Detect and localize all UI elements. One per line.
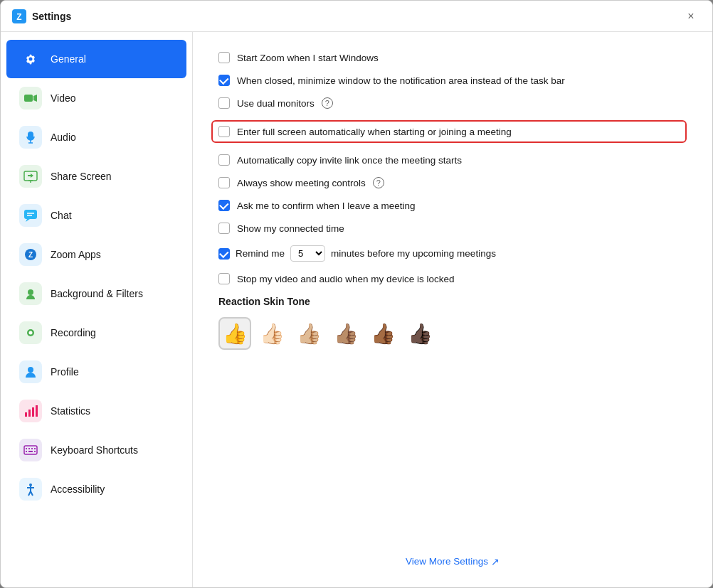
video-icon: [23, 91, 38, 105]
minimize-notification-checkbox[interactable]: [218, 75, 230, 86]
share-screen-icon-wrap: [19, 165, 42, 188]
setting-row-dual-monitors: Use dual monitors ?: [218, 97, 687, 109]
confirm-leave-checkbox[interactable]: [218, 200, 230, 211]
stop-video-audio-label: Stop my video and audio when my device i…: [237, 274, 454, 284]
zoom-logo-icon: Z: [12, 9, 26, 23]
recording-icon-wrap: [19, 321, 42, 344]
sidebar-label-audio: Audio: [51, 132, 76, 143]
skin-tone-btn-4[interactable]: 👍🏾: [366, 317, 399, 350]
start-zoom-checkbox[interactable]: [218, 52, 230, 63]
svg-point-21: [28, 367, 33, 373]
share-screen-icon: [23, 169, 38, 183]
gear-icon: [23, 51, 38, 67]
copy-invite-label: Automatically copy invite link once the …: [237, 155, 462, 166]
svg-marker-11: [28, 173, 33, 178]
skin-tone-btn-1[interactable]: 👍🏻: [255, 317, 288, 350]
svg-rect-12: [24, 210, 37, 219]
title-bar: Z Settings ×: [1, 1, 712, 32]
fullscreen-label: Enter full screen automatically when sta…: [237, 127, 512, 137]
skin-tone-selector: 👍 👍🏻 👍🏼 👍🏽 👍🏾 👍🏿: [218, 317, 687, 350]
remind-me-after-label: minutes before my upcoming meetings: [331, 248, 496, 259]
sidebar-item-recording[interactable]: Recording: [6, 314, 186, 352]
statistics-icon-wrap: [19, 400, 42, 422]
sidebar-label-keyboard-shortcuts: Keyboard Shortcuts: [51, 444, 138, 456]
setting-row-copy-invite: Automatically copy invite link once the …: [218, 154, 687, 166]
connected-time-checkbox[interactable]: [218, 223, 230, 234]
sidebar-item-keyboard-shortcuts[interactable]: Keyboard Shortcuts: [6, 431, 186, 469]
dual-monitors-help-icon[interactable]: ?: [322, 97, 333, 109]
copy-invite-checkbox[interactable]: [218, 154, 230, 166]
sidebar-item-video[interactable]: Video: [6, 79, 186, 117]
show-controls-checkbox[interactable]: [218, 177, 230, 188]
sidebar-item-share-screen[interactable]: Share Screen: [6, 157, 186, 196]
zoom-apps-icon-wrap: Z: [19, 243, 42, 266]
skin-tone-btn-3[interactable]: 👍🏽: [329, 317, 362, 350]
external-link-icon: ↗: [491, 556, 500, 567]
background-filters-icon: [23, 287, 38, 301]
svg-rect-31: [26, 451, 27, 452]
footer-link-area: View More Settings ↗: [218, 540, 687, 567]
svg-rect-22: [25, 412, 27, 417]
setting-row-confirm-leave: Ask me to confirm when I leave a meeting: [218, 200, 687, 211]
view-more-settings-link[interactable]: View More Settings ↗: [406, 556, 500, 567]
skin-tone-btn-0[interactable]: 👍: [218, 317, 251, 350]
show-controls-help-icon[interactable]: ?: [373, 177, 384, 188]
zoom-apps-icon: Z: [23, 247, 38, 262]
remind-me-select[interactable]: 5 10 15 30: [290, 245, 325, 262]
svg-rect-32: [28, 451, 33, 452]
dual-monitors-checkbox[interactable]: [218, 97, 230, 109]
sidebar-item-accessibility[interactable]: Accessibility: [6, 470, 186, 508]
sidebar-item-statistics[interactable]: Statistics: [6, 392, 186, 430]
svg-rect-28: [28, 448, 30, 449]
sidebar-label-statistics: Statistics: [51, 405, 90, 417]
svg-rect-23: [28, 410, 31, 417]
sidebar-label-bg-filters: Background & Filters: [51, 288, 143, 299]
settings-window: Z Settings × General: [0, 0, 713, 588]
chat-icon-wrap: [19, 204, 42, 227]
window-content: General Video: [1, 32, 712, 587]
svg-rect-33: [34, 451, 36, 452]
sidebar-label-video: Video: [51, 92, 76, 104]
statistics-icon: [23, 404, 38, 418]
chat-icon: [23, 208, 38, 223]
svg-rect-4: [24, 95, 33, 102]
keyboard-shortcuts-icon-wrap: [19, 439, 42, 461]
svg-rect-29: [31, 448, 33, 449]
setting-row-connected-time: Show my connected time: [218, 223, 687, 234]
close-button[interactable]: ×: [681, 6, 701, 26]
fullscreen-checkbox[interactable]: [218, 126, 230, 137]
confirm-leave-label: Ask me to confirm when I leave a meeting: [237, 201, 416, 211]
svg-point-3: [29, 58, 33, 61]
skin-tone-btn-5[interactable]: 👍🏿: [403, 317, 436, 350]
keyboard-icon: [23, 443, 38, 457]
svg-marker-13: [26, 219, 30, 222]
sidebar-item-chat[interactable]: Chat: [6, 196, 186, 235]
general-icon-wrap: [19, 48, 42, 70]
sidebar-item-zoom-apps[interactable]: Z Zoom Apps: [6, 235, 186, 274]
sidebar: General Video: [1, 32, 193, 587]
svg-line-38: [31, 491, 33, 496]
sidebar-label-zoom-apps: Zoom Apps: [51, 249, 101, 260]
remind-me-checkbox[interactable]: [218, 248, 230, 260]
skin-tone-btn-2[interactable]: 👍🏼: [292, 317, 325, 350]
settings-list: Start Zoom when I start Windows When clo…: [218, 52, 687, 540]
sidebar-item-general[interactable]: General: [6, 40, 186, 78]
stop-video-audio-checkbox[interactable]: [218, 273, 230, 284]
dual-monitors-label: Use dual monitors: [237, 98, 315, 109]
svg-rect-25: [36, 405, 38, 417]
svg-text:Z: Z: [16, 12, 21, 22]
accessibility-icon-wrap: [19, 478, 42, 501]
svg-marker-5: [33, 95, 37, 102]
sidebar-item-audio[interactable]: Audio: [6, 118, 186, 156]
setting-row-stop-video-audio: Stop my video and audio when my device i…: [218, 273, 687, 284]
sidebar-item-profile[interactable]: Profile: [6, 353, 186, 391]
accessibility-icon: [23, 482, 38, 496]
setting-row-show-controls: Always show meeting controls ?: [218, 177, 687, 188]
audio-icon: [23, 130, 38, 144]
sidebar-item-bg-filters[interactable]: Background & Filters: [6, 274, 186, 313]
setting-row-fullscreen: Enter full screen automatically when sta…: [211, 120, 687, 143]
svg-rect-26: [24, 446, 37, 454]
svg-rect-24: [32, 407, 34, 417]
recording-icon: [23, 326, 38, 340]
sidebar-label-general: General: [51, 53, 86, 65]
